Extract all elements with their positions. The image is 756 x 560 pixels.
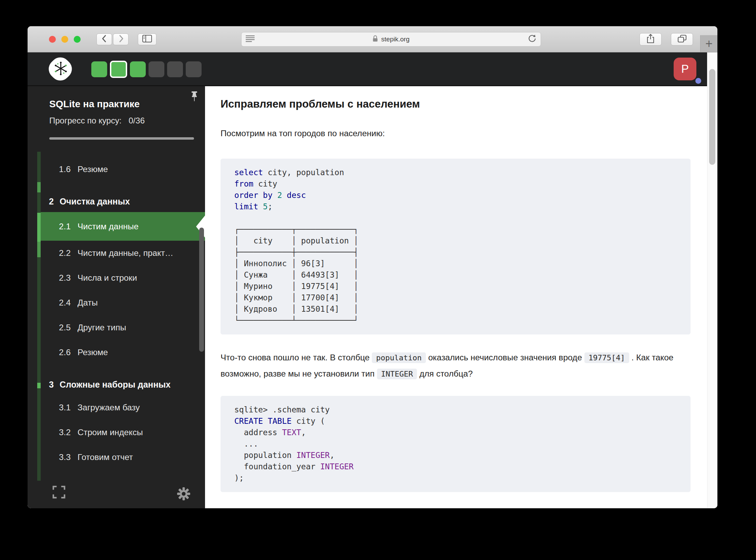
settings-button[interactable] — [177, 487, 191, 502]
plus-icon: + — [705, 37, 713, 51]
page-title: Исправляем проблемы с населением — [221, 98, 691, 110]
sidebar-item-2.1[interactable]: 2.1Чистим данные — [41, 212, 205, 241]
item-number: 2.2 — [59, 248, 78, 258]
item-number: 1.6 — [59, 164, 78, 174]
close-window-button[interactable] — [49, 36, 56, 43]
item-label: Чистим данные — [78, 222, 139, 231]
window-controls — [49, 36, 81, 43]
lesson-content: Исправляем проблемы с населением Посмотр… — [205, 86, 707, 508]
sidebar-item-3[interactable]: 3Сложные наборы данных — [28, 365, 205, 395]
text-run: для столбца? — [417, 369, 472, 378]
progress-square-3-done[interactable] — [130, 61, 146, 77]
show-all-tabs-button[interactable] — [671, 33, 693, 46]
share-button[interactable] — [640, 33, 662, 46]
progress-square-2-current[interactable] — [110, 61, 127, 78]
fullscreen-button[interactable] — [52, 485, 66, 501]
item-number: 2.1 — [59, 222, 78, 231]
item-number: 2 — [49, 197, 54, 207]
avatar-initial: P — [681, 62, 689, 76]
sidebar-item-2.4[interactable]: 2.4Даты — [28, 290, 205, 315]
sidebar-icon — [142, 34, 152, 44]
item-number: 3.3 — [59, 452, 78, 462]
chevron-left-icon — [101, 34, 108, 44]
pin-icon — [190, 99, 199, 104]
snowflake-icon — [49, 58, 71, 80]
sidebar-item-2[interactable]: 2Очистка данных — [28, 182, 205, 212]
item-label: Готовим отчет — [78, 452, 133, 462]
course-progress-bar — [49, 137, 194, 140]
sidebar-item-3.3[interactable]: 3.3Готовим отчет — [28, 445, 205, 470]
inline-code: INTEGER — [377, 369, 417, 379]
progress-value: 0/36 — [129, 116, 145, 125]
minimize-window-button[interactable] — [61, 36, 68, 43]
code-block-schema: sqlite> .schema cityCREATE TABLE city ( … — [221, 396, 691, 492]
url-display: stepik.org — [255, 35, 528, 44]
text-run: Что-то снова пошло не так. В столбце — [221, 353, 372, 362]
share-icon — [646, 33, 655, 45]
gear-icon — [177, 496, 191, 502]
item-label: Другие типы — [78, 323, 126, 332]
course-sidebar: SQLite на практике Прогресс по курсу: 0/… — [28, 86, 205, 508]
inline-code: 19775[4] — [584, 352, 629, 363]
sidebar-item-3.1[interactable]: 3.1Загружаем базу — [28, 395, 205, 420]
inline-code: population — [372, 352, 426, 363]
item-label: Очистка данных — [60, 197, 130, 207]
item-label: Строим индексы — [78, 428, 143, 437]
browser-window: stepik.org — [28, 26, 717, 508]
sidebar-scrollbar-thumb[interactable] — [199, 228, 204, 352]
sidebar-item-3.2[interactable]: 3.2Строим индексы — [28, 420, 205, 445]
back-button[interactable] — [96, 33, 112, 45]
course-title[interactable]: SQLite на практике — [49, 99, 140, 110]
avatar[interactable]: P — [674, 58, 696, 80]
notification-dot — [695, 78, 701, 84]
sidebar-item-1.6[interactable]: 1.6Резюме — [28, 157, 205, 182]
url-text: stepik.org — [381, 36, 409, 43]
reload-icon[interactable] — [528, 34, 537, 44]
item-label: Резюме — [78, 164, 108, 174]
fullscreen-icon — [52, 494, 66, 500]
item-number: 2.3 — [59, 273, 78, 283]
progress-label: Прогресс по курсу: — [49, 116, 122, 125]
sidebar-item-2.2[interactable]: 2.2Чистим данные, практ… — [28, 241, 205, 266]
page-scrollbar-track[interactable] — [707, 52, 717, 508]
progress-square-4-todo[interactable] — [149, 61, 164, 77]
forward-button[interactable] — [113, 33, 129, 45]
intro-paragraph: Посмотрим на топ городов по населению: — [221, 126, 691, 141]
address-bar[interactable]: stepik.org — [241, 32, 541, 47]
stepik-logo[interactable] — [45, 53, 76, 85]
lock-icon — [372, 35, 378, 44]
progress-square-1-done[interactable] — [91, 61, 107, 77]
sidebar-item-2.5[interactable]: 2.5Другие типы — [28, 315, 205, 340]
item-number: 2.6 — [59, 348, 78, 357]
lesson-list: 1.6Резюме2Очистка данных2.1Чистим данные… — [28, 157, 205, 470]
progress-square-6-todo[interactable] — [186, 61, 202, 77]
item-number: 3.2 — [59, 428, 78, 437]
code-block-query: select city, populationfrom cityorder by… — [221, 159, 691, 334]
item-number: 2.5 — [59, 323, 78, 332]
sidebar-toggle-button[interactable] — [138, 33, 156, 45]
step-progress-squares — [91, 61, 202, 78]
zoom-window-button[interactable] — [74, 36, 81, 43]
item-number: 3.1 — [59, 403, 78, 412]
sidebar-item-2.3[interactable]: 2.3Числа и строки — [28, 266, 205, 290]
item-number: 2.4 — [59, 298, 78, 308]
item-label: Сложные наборы данных — [60, 380, 171, 390]
progress-square-5-todo[interactable] — [167, 61, 183, 77]
item-label: Даты — [78, 298, 98, 308]
text-run: оказались нечисловые значения вроде — [426, 353, 584, 362]
course-progress: Прогресс по курсу: 0/36 — [49, 116, 145, 126]
item-label: Числа и строки — [78, 273, 137, 283]
item-number: 3 — [49, 380, 54, 390]
sidebar-item-2.6[interactable]: 2.6Резюме — [28, 340, 205, 365]
item-label: Загружаем базу — [78, 403, 140, 412]
chevron-right-icon — [118, 34, 124, 44]
reader-mode-icon[interactable] — [246, 35, 255, 43]
new-tab-button[interactable]: + — [700, 35, 717, 52]
pin-sidebar-button[interactable] — [190, 91, 199, 105]
browser-toolbar: stepik.org — [28, 26, 717, 52]
item-label: Чистим данные, практ… — [78, 248, 173, 258]
page-scrollbar-thumb[interactable] — [709, 69, 715, 165]
desktop-background: { "colors": { "accent_green": "#5cb85c",… — [0, 0, 756, 560]
item-label: Резюме — [78, 348, 108, 357]
question-paragraph: Что-то снова пошло не так. В столбце pop… — [221, 350, 691, 382]
